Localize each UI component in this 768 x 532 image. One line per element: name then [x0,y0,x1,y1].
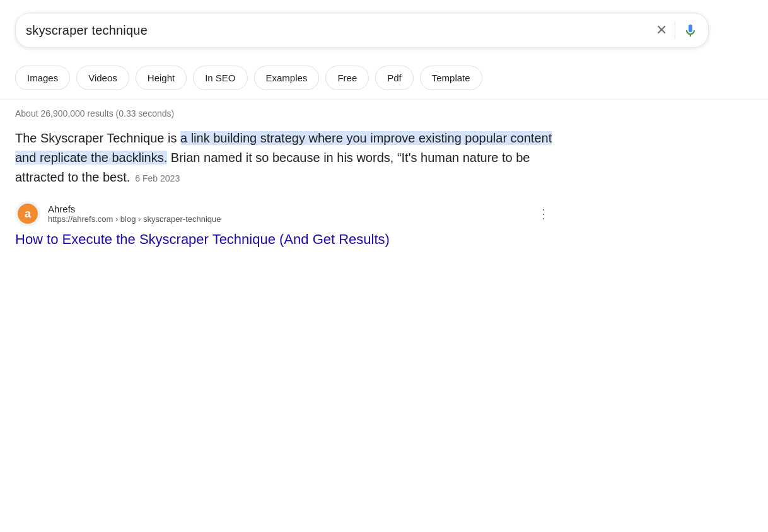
results-count: About 26,900,000 results (0.33 seconds) [15,108,552,119]
source-url: https://ahrefs.com › blog › skyscraper-t… [48,214,527,224]
chip-in-seo[interactable]: In SEO [193,66,247,90]
more-options-icon[interactable]: ⋮ [535,204,552,224]
result-source-row: a Ahrefs https://ahrefs.com › blog › sky… [15,201,552,226]
source-name: Ahrefs [48,204,527,214]
chip-height[interactable]: Height [136,66,187,90]
featured-snippet: The Skyscraper Technique is a link build… [15,129,552,187]
chip-images[interactable]: Images [15,66,70,90]
source-info: Ahrefs https://ahrefs.com › blog › skysc… [48,204,527,224]
close-icon[interactable]: ✕ [656,22,667,38]
chip-pdf[interactable]: Pdf [375,66,414,90]
chip-template[interactable]: Template [420,66,482,90]
snippet-text-before: The Skyscraper Technique is [15,131,180,145]
snippet-date: 6 Feb 2023 [135,173,180,183]
chip-free[interactable]: Free [325,66,369,90]
search-bar: skyscraper technique ✕ [15,13,709,48]
results-container: About 26,900,000 results (0.33 seconds) … [0,100,567,262]
search-query[interactable]: skyscraper technique [26,23,656,38]
filter-chips-row: ImagesVideosHeightIn SEOExamplesFreePdfT… [0,58,768,100]
favicon-wrapper: a [15,201,40,226]
chip-examples[interactable]: Examples [254,66,320,90]
result-title[interactable]: How to Execute the Skyscraper Technique … [15,230,552,250]
chip-videos[interactable]: Videos [76,66,129,90]
search-divider [675,21,675,39]
result-entry: a Ahrefs https://ahrefs.com › blog › sky… [15,201,552,250]
search-bar-container: skyscraper technique ✕ [0,0,768,58]
favicon-letter: a [18,204,38,224]
microphone-icon[interactable] [683,23,698,38]
